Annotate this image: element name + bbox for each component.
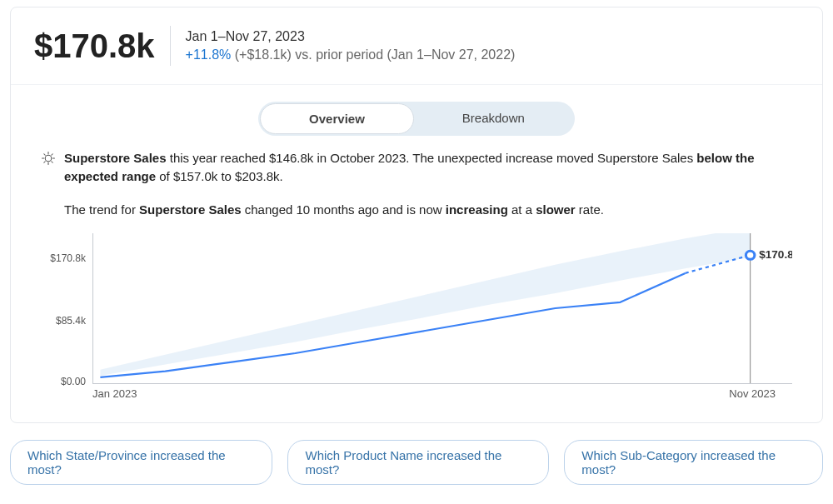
tabs-container: Overview Breakdown (11, 102, 822, 136)
x-tick: Jan 2023 (92, 387, 137, 400)
svg-point-0 (45, 155, 52, 162)
end-label: $170.8k (759, 249, 792, 262)
headline-value: $170.8k (34, 27, 155, 65)
delta-text: (+$18.1k) vs. prior period (Jan 1–Nov 27… (231, 47, 515, 62)
chip-product[interactable]: Which Product Name increased the most? (287, 440, 549, 485)
header: $170.8k Jan 1–Nov 27, 2023 +11.8% (+$18.… (11, 7, 822, 85)
chart-svg: $170.8k (93, 233, 792, 383)
lightbulb-icon (41, 151, 56, 166)
plot-area[interactable]: $170.8k (92, 233, 792, 384)
x-tick: Nov 2023 (729, 387, 776, 400)
y-tick: $85.4k (56, 315, 86, 327)
actual-line (100, 273, 685, 377)
tab-breakdown[interactable]: Breakdown (414, 103, 573, 134)
suggestion-chips: Which State/Province increased the most?… (10, 440, 823, 485)
insight-p2: The trend for Superstore Sales changed 1… (64, 201, 792, 219)
comparison: +11.8% (+$18.1k) vs. prior period (Jan 1… (186, 47, 516, 62)
chart: $170.8k $85.4k $0.00 $170.8k Jan 2023 No… (41, 233, 792, 402)
insight-text: Superstore Sales this year reached $146.… (64, 149, 792, 233)
insight-p1: Superstore Sales this year reached $146.… (64, 149, 792, 186)
forecast-band (100, 233, 750, 376)
tab-switch: Overview Breakdown (258, 102, 575, 136)
chip-subcategory[interactable]: Which Sub-Category increased the most? (564, 440, 823, 485)
end-point (746, 252, 754, 260)
divider (170, 26, 171, 66)
y-tick: $170.8k (50, 252, 86, 264)
insight-card: $170.8k Jan 1–Nov 27, 2023 +11.8% (+$18.… (10, 7, 823, 423)
svg-line-5 (44, 154, 46, 156)
pct-change: +11.8% (186, 47, 232, 62)
x-axis: Jan 2023 Nov 2023 (92, 384, 792, 402)
svg-line-6 (52, 162, 53, 163)
y-tick: $0.00 (61, 376, 86, 387)
header-meta: Jan 1–Nov 27, 2023 +11.8% (+$18.1k) vs. … (186, 29, 516, 62)
chip-state[interactable]: Which State/Province increased the most? (10, 440, 272, 485)
insight-block: Superstore Sales this year reached $146.… (11, 147, 822, 233)
date-range: Jan 1–Nov 27, 2023 (186, 29, 516, 44)
tab-overview[interactable]: Overview (260, 103, 414, 134)
svg-line-7 (44, 162, 46, 163)
svg-line-8 (52, 154, 53, 156)
